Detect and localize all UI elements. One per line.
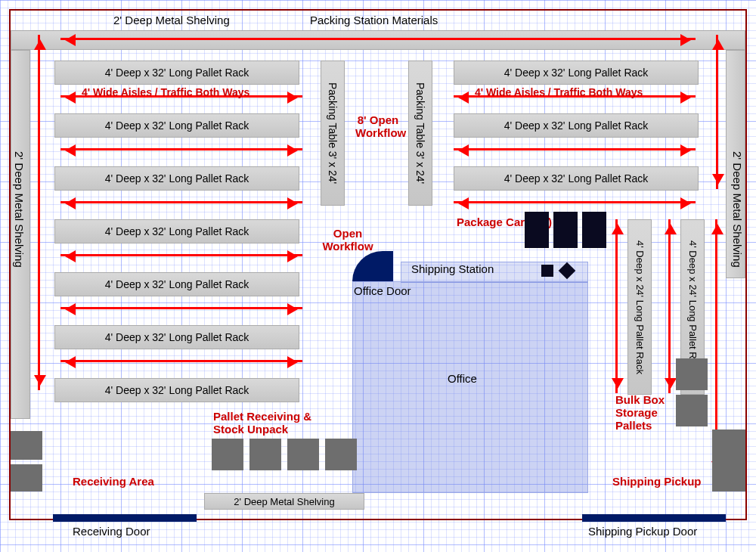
bulk-pallet-tall (712, 430, 745, 492)
rack-left-7: 4' Deep x 32' Long Pallet Rack (54, 378, 299, 402)
top-aisle-arrow (60, 38, 696, 40)
open-flow-8-label: 8' Open Workflow (355, 113, 401, 139)
recv-pallet-3 (287, 439, 319, 470)
aisle-left-5 (60, 307, 302, 309)
rack-left-3: 4' Deep x 32' Long Pallet Rack (54, 166, 299, 191)
packing-table-right: Packing Table 3' x 24' (408, 60, 432, 206)
shipping-pickup-label: Shipping Pickup (612, 475, 702, 488)
shipping-door (582, 514, 726, 522)
rack-right-2: 4' Deep x 32' Long Pallet Rack (454, 113, 699, 138)
top-shelving (11, 30, 745, 50)
vrack-arrow-1 (615, 219, 618, 393)
left-traffic-arrow (38, 35, 40, 390)
bulk-pallet-1 (676, 358, 708, 390)
packing-table-left: Packing Table 3' x 24' (321, 60, 345, 206)
shipping-door-label: Shipping Pickup Door (588, 525, 697, 538)
vrack-right-1-label: 4' Deep x 24' Long Pallet Rack (634, 240, 646, 374)
packing-table-right-label: Packing Table 3' x 24' (414, 82, 426, 184)
receiving-door (53, 514, 197, 522)
open-flow-label: Open Workflow (318, 227, 378, 253)
aisle-label-left: 4' Wide Aisles / Traffic Both Ways (82, 86, 249, 98)
bottom-shelving: 2' Deep Metal Shelving (204, 493, 364, 510)
rack-left-2: 4' Deep x 32' Long Pallet Rack (54, 113, 299, 138)
right-traffic-arrow (716, 35, 718, 189)
vrack-right-1: 4' Deep x 24' Long Pallet Rack (627, 219, 652, 395)
vrack-right-2-label: 4' Deep x 24' Long Pallet Rack (687, 240, 699, 374)
shipping-station-label: Shipping Station (411, 262, 494, 275)
aisle-right-2 (454, 148, 696, 150)
rack-right-3: 4' Deep x 32' Long Pallet Rack (454, 166, 699, 191)
top-shelf-label-right: Packing Station Materials (310, 14, 438, 26)
left-shelf-label: 2' Deep Metal Shelving (13, 151, 26, 268)
packing-table-left-label: Packing Table 3' x 24' (327, 82, 339, 184)
recv-pallet-2 (249, 439, 281, 470)
corner-pallet-1 (11, 431, 42, 460)
office-door-label: Office Door (354, 284, 411, 297)
station-square-icon (541, 265, 553, 277)
bulk-box-label: Bulk Box Storage Pallets (615, 393, 676, 432)
package-cart-2 (553, 212, 578, 248)
recv-pallet-4 (325, 439, 357, 470)
office-label: Office (448, 372, 477, 385)
corner-pallet-2 (11, 464, 42, 492)
aisle-left-3 (60, 201, 302, 203)
aisle-left-2 (60, 148, 302, 150)
office (352, 281, 588, 493)
rack-right-1: 4' Deep x 32' Long Pallet Rack (454, 60, 699, 85)
pallet-recv-label: Pallet Receiving & Stock Unpack (213, 410, 319, 436)
rack-left-5: 4' Deep x 32' Long Pallet Rack (54, 272, 299, 296)
aisle-right-3 (454, 201, 696, 203)
vrack-arrow-2 (668, 219, 671, 393)
recv-pallet-1 (212, 439, 243, 470)
top-shelf-label-left: 2' Deep Metal Shelving (113, 14, 230, 26)
package-cart-3 (582, 212, 606, 248)
bulk-pallet-2 (676, 395, 708, 426)
rack-left-6: 4' Deep x 32' Long Pallet Rack (54, 325, 299, 349)
receiving-door-label: Receiving Door (73, 525, 150, 538)
rack-left-1: 4' Deep x 32' Long Pallet Rack (54, 60, 299, 85)
aisle-left-4 (60, 254, 302, 256)
floor-plan: 2' Deep Metal Shelving Packing Station M… (0, 0, 756, 552)
aisle-label-right: 4' Wide Aisles / Traffic Both Ways (475, 86, 643, 98)
package-cart-1 (525, 212, 549, 248)
aisle-left-6 (60, 360, 302, 362)
rack-left-4: 4' Deep x 32' Long Pallet Rack (54, 219, 299, 243)
right-shelf-label: 2' Deep Metal Shelving (731, 151, 744, 268)
receiving-area-label: Receiving Area (73, 475, 154, 488)
